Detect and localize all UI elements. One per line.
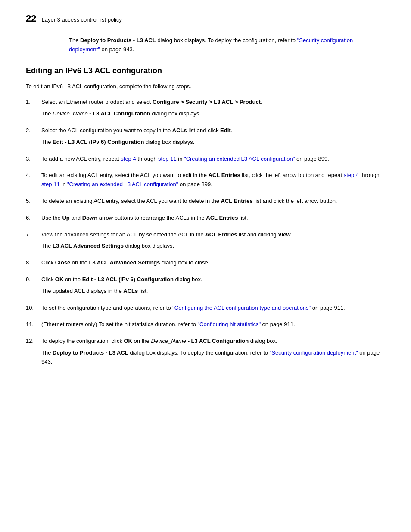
step-6-text: Use the Up and Down arrow buttons to rea… xyxy=(41,214,385,223)
intro-text-mid: dialog box displays. To deploy the confi… xyxy=(156,37,297,44)
step-5-number: 5. xyxy=(26,197,41,208)
step-6-content: Use the Up and Down arrow buttons to rea… xyxy=(41,214,385,225)
step-1-sub: The Device_Name - L3 ACL Configuration d… xyxy=(41,109,385,118)
page-title-header: Layer 3 access control list policy xyxy=(41,16,121,23)
step-8-content: Click Close on the L3 ACL Advanced Setti… xyxy=(41,258,385,270)
step-2-number: 2. xyxy=(26,126,41,149)
step-2-sub: The Edit - L3 ACL (IPv 6) Configuration … xyxy=(41,138,385,147)
step-8: 8. Click Close on the L3 ACL Advanced Se… xyxy=(26,258,385,270)
step-5-text: To delete an existing ACL entry, select … xyxy=(41,197,385,206)
step-4-text: To edit an existing ACL entry, select th… xyxy=(41,171,385,189)
step-4-link2[interactable]: step 11 xyxy=(41,181,60,187)
step-1-text: Select an Ethernet router product and se… xyxy=(41,98,385,107)
step-6: 6. Use the Up and Down arrow buttons to … xyxy=(26,214,385,225)
step-3-text: To add a new ACL entry, repeat step 4 th… xyxy=(41,155,385,164)
step-11-text: (Ethernet routers only) To set the hit s… xyxy=(41,320,385,329)
step-5-content: To delete an existing ACL entry, select … xyxy=(41,197,385,208)
step-11-link[interactable]: "Configuring hit statistics" xyxy=(197,321,261,327)
step-4: 4. To edit an existing ACL entry, select… xyxy=(26,171,385,192)
step-10-number: 10. xyxy=(26,304,41,315)
step-8-number: 8. xyxy=(26,258,41,270)
step-5: 5. To delete an existing ACL entry, sele… xyxy=(26,197,385,208)
step-1-content: Select an Ethernet router product and se… xyxy=(41,98,385,121)
step-4-link3[interactable]: "Creating an extended L3 ACL configurati… xyxy=(67,181,178,187)
step-12-sub: The Deploy to Products - L3 ACL dialog b… xyxy=(41,348,385,367)
step-12-text: To deploy the configuration, click OK on… xyxy=(41,337,385,346)
step-9-sub: The updated ACL displays in the ACLs lis… xyxy=(41,287,385,296)
step-7: 7. View the advanced settings for an ACL… xyxy=(26,230,385,254)
intro-text-before: The xyxy=(69,37,80,44)
intro-bold: Deploy to Products - L3 ACL xyxy=(80,37,156,44)
step-12-content: To deploy the configuration, click OK on… xyxy=(41,337,385,369)
steps-list: 1. Select an Ethernet router product and… xyxy=(26,98,385,369)
page-number: 22 xyxy=(26,13,36,24)
step-9: 9. Click OK on the Edit - L3 ACL (IPv 6)… xyxy=(26,275,385,299)
section-heading: Editing an IPv6 L3 ACL configuration xyxy=(26,66,385,78)
step-3-number: 3. xyxy=(26,155,41,166)
step-2: 2. Select the ACL configuration you want… xyxy=(26,126,385,149)
step-10-text: To set the configuration type and operat… xyxy=(41,304,385,313)
step-12-link[interactable]: "Security configuration deployment" xyxy=(270,349,358,356)
step-7-text: View the advanced settings for an ACL by… xyxy=(41,230,385,240)
step-11-number: 11. xyxy=(26,320,41,332)
step-7-sub: The L3 ACL Advanced Settings dialog box … xyxy=(41,242,385,251)
step-12: 12. To deploy the configuration, click O… xyxy=(26,337,385,369)
step-1: 1. Select an Ethernet router product and… xyxy=(26,98,385,121)
step-1-number: 1. xyxy=(26,98,41,121)
step-9-text: Click OK on the Edit - L3 ACL (IPv 6) Co… xyxy=(41,275,385,284)
step-4-number: 4. xyxy=(26,171,41,192)
step-7-number: 7. xyxy=(26,230,41,254)
intro-paragraph: The Deploy to Products - L3 ACL dialog b… xyxy=(69,36,385,54)
step-8-text: Click Close on the L3 ACL Advanced Setti… xyxy=(41,258,385,268)
step-4-link1[interactable]: step 4 xyxy=(344,172,359,178)
section-intro: To edit an IPv6 L3 ACL configuration, co… xyxy=(26,82,385,91)
step-9-content: Click OK on the Edit - L3 ACL (IPv 6) Co… xyxy=(41,275,385,299)
page-container: 22 Layer 3 access control list policy Th… xyxy=(0,0,411,400)
step-6-number: 6. xyxy=(26,214,41,225)
step-4-content: To edit an existing ACL entry, select th… xyxy=(41,171,385,192)
step-3-link1[interactable]: step 4 xyxy=(121,156,136,162)
step-9-number: 9. xyxy=(26,275,41,299)
page-header: 22 Layer 3 access control list policy xyxy=(26,13,385,24)
intro-text-after: on page 943. xyxy=(100,46,134,53)
step-3-link3[interactable]: "Creating an extended L3 ACL configurati… xyxy=(184,156,295,162)
step-10: 10. To set the configuration type and op… xyxy=(26,304,385,315)
step-10-link[interactable]: "Configuring the ACL configuration type … xyxy=(172,305,311,311)
step-2-text: Select the ACL configuration you want to… xyxy=(41,126,385,135)
step-3: 3. To add a new ACL entry, repeat step 4… xyxy=(26,155,385,166)
step-7-content: View the advanced settings for an ACL by… xyxy=(41,230,385,254)
step-3-content: To add a new ACL entry, repeat step 4 th… xyxy=(41,155,385,166)
step-3-link2[interactable]: step 11 xyxy=(158,156,177,162)
step-11-content: (Ethernet routers only) To set the hit s… xyxy=(41,320,385,332)
step-2-content: Select the ACL configuration you want to… xyxy=(41,126,385,149)
step-11: 11. (Ethernet routers only) To set the h… xyxy=(26,320,385,332)
step-12-number: 12. xyxy=(26,337,41,369)
step-10-content: To set the configuration type and operat… xyxy=(41,304,385,315)
